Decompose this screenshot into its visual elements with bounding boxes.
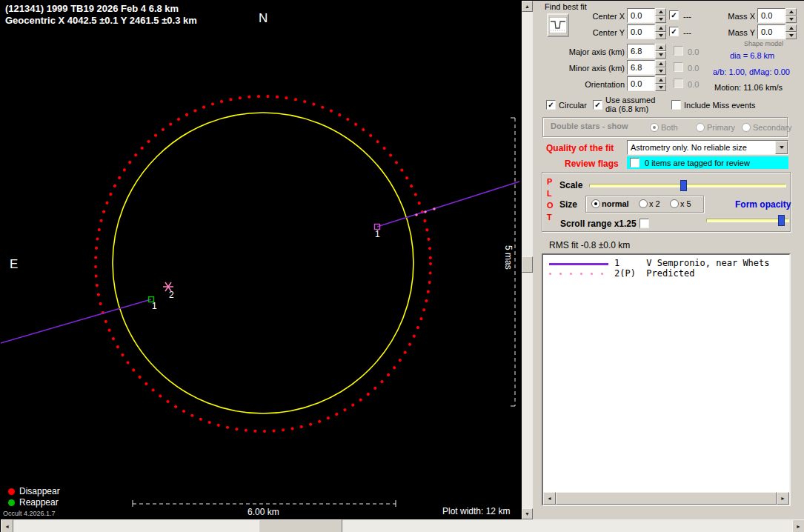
center-x-fit-checkbox[interactable]: ✓ bbox=[669, 10, 679, 20]
form-opacity-slider[interactable] bbox=[706, 215, 789, 226]
reappear-legend-label: Reappear bbox=[19, 497, 59, 508]
major-axis-value[interactable]: 6.8 bbox=[627, 44, 655, 59]
hscroll-left-icon[interactable]: ◄ bbox=[543, 492, 556, 505]
hscroll-right-icon[interactable]: ► bbox=[777, 492, 789, 505]
size-x5-label: x 5 bbox=[680, 199, 691, 208]
observation-chord-swatch bbox=[549, 263, 608, 265]
double-stars-both-radio bbox=[650, 123, 659, 132]
mass-y-spinner[interactable]: 0.0 bbox=[757, 24, 797, 39]
center-y-fit-checkbox[interactable]: ✓ bbox=[669, 27, 679, 36]
use-assumed-dia-checkbox[interactable]: ✓ bbox=[593, 100, 602, 110]
major-axis-alt-value: 0.0 bbox=[688, 47, 699, 56]
mass-x-spinner[interactable]: 0.0 bbox=[757, 8, 797, 23]
radio-dot-icon bbox=[594, 202, 597, 205]
minor-axis-value[interactable]: 6.8 bbox=[627, 60, 655, 75]
hscroll-right-icon[interactable]: ► bbox=[792, 519, 804, 532]
size-x2-radio[interactable] bbox=[639, 199, 648, 208]
window-hscrollbar[interactable] bbox=[1, 519, 804, 532]
list-hscroll-thumb[interactable] bbox=[556, 492, 777, 505]
center-y-dash: --- bbox=[683, 28, 691, 37]
center-y-spinner[interactable]: 0.0 bbox=[627, 24, 666, 39]
use-assumed-dia-label-1: Use assumed bbox=[605, 96, 655, 104]
spin-up-icon[interactable] bbox=[785, 8, 797, 16]
spin-up-icon[interactable] bbox=[655, 60, 666, 67]
vscroll-up-icon[interactable]: ▲ bbox=[522, 1, 533, 12]
mass-x-value[interactable]: 0.0 bbox=[757, 8, 785, 23]
chord1-reappear-tag: 1 bbox=[152, 301, 157, 311]
spin-down-icon[interactable] bbox=[655, 32, 666, 39]
observations-listbox[interactable]: 1 V Sempronio, near Whets 2(P) Predicted… bbox=[542, 253, 791, 506]
reappear-legend-icon bbox=[8, 499, 15, 506]
double-stars-title: Double stars - show bbox=[551, 122, 628, 130]
orientation-spinner[interactable]: 0.0 bbox=[627, 76, 666, 91]
axis-ratio-info: a/b: 1.00, dMag: 0.00 bbox=[713, 67, 790, 76]
minor-axis-label: Minor axis (km) bbox=[542, 64, 625, 73]
center-y-value[interactable]: 0.0 bbox=[627, 24, 655, 39]
center-x-value[interactable]: 0.0 bbox=[627, 8, 655, 23]
review-flags-checkbox[interactable] bbox=[630, 158, 639, 167]
vscroll-down-icon[interactable]: ▼ bbox=[522, 508, 533, 519]
form-opacity-label[interactable]: Form opacity bbox=[735, 199, 791, 210]
orientation-alt-checkbox bbox=[674, 79, 683, 88]
quality-of-fit-combobox[interactable]: Astrometry only. No reliable size bbox=[627, 140, 788, 155]
spin-down-icon[interactable] bbox=[655, 51, 666, 59]
scale-slider-track[interactable] bbox=[589, 184, 786, 187]
major-axis-spinner[interactable]: 6.8 bbox=[627, 44, 666, 59]
spin-up-icon[interactable] bbox=[655, 76, 666, 84]
include-miss-events-checkbox[interactable] bbox=[671, 100, 681, 110]
double-stars-both-label: Both bbox=[661, 123, 678, 132]
spin-down-icon[interactable] bbox=[785, 16, 797, 23]
size-x5-radio[interactable] bbox=[670, 199, 679, 208]
h-scale-line bbox=[133, 500, 396, 507]
spin-up-icon[interactable] bbox=[655, 44, 666, 51]
form-opacity-slider-track[interactable] bbox=[706, 219, 789, 222]
scale-slider[interactable] bbox=[589, 180, 786, 191]
use-assumed-dia-label-2: dia (6.8 km) bbox=[605, 104, 648, 113]
plot-letter-p: P bbox=[547, 177, 552, 186]
uncertainty-circle bbox=[96, 96, 431, 431]
observation-row[interactable]: 2(P) Predicted bbox=[614, 268, 694, 279]
size-x2-label: x 2 bbox=[649, 199, 660, 208]
mass-y-value[interactable]: 0.0 bbox=[757, 24, 785, 39]
north-label: N bbox=[259, 11, 268, 26]
review-flags-label: Review flags bbox=[565, 159, 619, 169]
scroll-range-checkbox[interactable] bbox=[639, 219, 649, 228]
v-scale-label: 5 mas bbox=[503, 245, 514, 270]
quality-of-fit-value[interactable]: Astrometry only. No reliable size bbox=[628, 141, 775, 154]
circular-checkbox[interactable]: ✓ bbox=[546, 100, 556, 110]
spin-down-icon[interactable] bbox=[655, 67, 666, 75]
spin-down-icon[interactable] bbox=[785, 32, 797, 39]
center-x-label: Center X bbox=[564, 12, 625, 21]
center-x-spinner[interactable]: 0.0 bbox=[627, 8, 666, 23]
spin-down-icon[interactable] bbox=[655, 84, 666, 91]
occult-fit-window: (121341) 1999 TB19 2026 Feb 4 6.8 km Geo… bbox=[0, 0, 804, 532]
spin-down-icon[interactable] bbox=[655, 16, 666, 23]
plot-letter-l: L bbox=[547, 189, 552, 198]
diameter-info: dia = 6.8 km bbox=[730, 51, 774, 60]
minor-axis-alt-checkbox bbox=[674, 62, 683, 72]
hscroll-left-icon[interactable]: ◄ bbox=[1, 519, 13, 532]
circular-label: Circular bbox=[559, 101, 587, 110]
double-stars-secondary-radio bbox=[742, 123, 751, 132]
form-opacity-slider-thumb[interactable] bbox=[778, 215, 785, 226]
observation-row[interactable]: 1 V Sempronio, near Whets bbox=[614, 258, 770, 268]
orientation-value[interactable]: 0.0 bbox=[627, 76, 655, 91]
check-icon: ✓ bbox=[548, 102, 554, 109]
disappear-legend-label: Disappear bbox=[19, 486, 60, 496]
spin-up-icon[interactable] bbox=[785, 24, 797, 32]
window-hscroll-thumb[interactable] bbox=[259, 519, 342, 532]
major-axis-label: Major axis (km) bbox=[542, 47, 625, 56]
predicted-chord-tag: 2 bbox=[169, 290, 174, 300]
scroll-range-label: Scroll range x1.25 bbox=[560, 219, 637, 229]
orientation-alt-value: 0.0 bbox=[688, 80, 699, 89]
size-normal-label: normal bbox=[602, 199, 629, 208]
spin-up-icon[interactable] bbox=[655, 8, 666, 16]
size-label: Size bbox=[559, 199, 577, 210]
minor-axis-spinner[interactable]: 6.8 bbox=[627, 60, 666, 75]
spin-up-icon[interactable] bbox=[655, 24, 666, 32]
quality-of-fit-label: Quality of the fit bbox=[546, 143, 614, 153]
scale-slider-thumb[interactable] bbox=[680, 180, 687, 191]
size-normal-radio[interactable] bbox=[591, 199, 600, 208]
vscroll-thumb[interactable] bbox=[522, 256, 533, 273]
chevron-down-icon[interactable] bbox=[775, 141, 788, 154]
